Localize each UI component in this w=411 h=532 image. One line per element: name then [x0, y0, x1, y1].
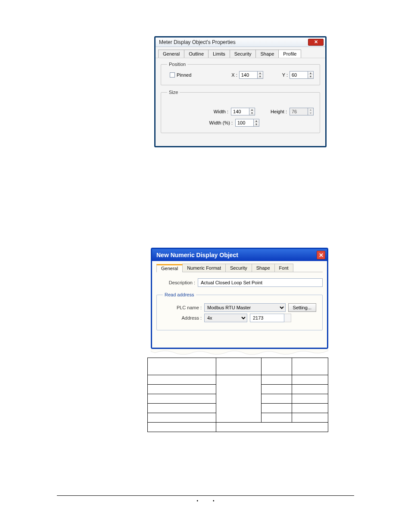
dialog-body: Position Pinned X : ▲▼ Y : ▲▼ Size	[156, 58, 325, 146]
bullet-icon: •	[196, 498, 198, 503]
bullet-icon: •	[213, 498, 215, 503]
close-icon[interactable]: ✕	[317, 251, 325, 259]
window-title: New Numeric Display Object	[156, 252, 238, 258]
tab-shape[interactable]: Shape	[252, 264, 275, 272]
read-address-legend: Read address	[163, 292, 196, 297]
tabs: General Outline Limits Security Shape Pr…	[156, 47, 325, 58]
address-aux-button[interactable]	[284, 314, 291, 322]
position-legend: Position	[167, 62, 187, 67]
tab-security[interactable]: Security	[225, 264, 252, 272]
tab-font[interactable]: Font	[274, 264, 293, 272]
description-label: Description :	[156, 280, 195, 285]
parameter-table	[147, 358, 328, 432]
window-title: Meter Display Object's Properties	[159, 39, 236, 45]
title-bar[interactable]: New Numeric Display Object ✕	[152, 249, 327, 261]
tab-profile[interactable]: Profile	[278, 50, 301, 58]
close-icon[interactable]: ✕	[308, 39, 324, 46]
title-bar[interactable]: Meter Display Object's Properties ✕	[156, 37, 325, 47]
tab-numeric-format[interactable]: Numeric Format	[182, 264, 226, 272]
plc-name-select[interactable]: Modbus RTU Master	[204, 303, 286, 312]
description-input[interactable]	[198, 278, 323, 287]
dialog-body: General Numeric Format Security Shape Fo…	[152, 261, 327, 348]
address-type-select[interactable]: 4x	[204, 314, 247, 322]
x-input[interactable]: ▲▼	[239, 71, 263, 79]
read-address-group: Read address PLC name : Modbus RTU Maste…	[156, 292, 323, 330]
tab-outline[interactable]: Outline	[184, 50, 209, 58]
spinner-icon: ▲▼	[308, 108, 314, 115]
widthpct-input[interactable]: ▲▼	[235, 119, 259, 127]
size-group: Size Width : ▲▼ Height : ▲▼ Width (%) : …	[161, 90, 320, 133]
pinned-checkbox[interactable]: Pinned	[170, 72, 191, 78]
x-label: X :	[231, 72, 237, 78]
width-label: Width :	[214, 109, 228, 114]
tab-limits[interactable]: Limits	[208, 50, 230, 58]
checkbox-icon	[170, 72, 175, 78]
y-input[interactable]: ▲▼	[290, 71, 314, 79]
table-row	[148, 423, 328, 432]
height-input: ▲▼	[290, 108, 314, 115]
y-label: Y :	[282, 72, 288, 78]
tab-general[interactable]: General	[156, 264, 183, 272]
spinner-icon[interactable]: ▲▼	[253, 119, 259, 127]
tab-security[interactable]: Security	[230, 50, 256, 58]
meter-properties-dialog: Meter Display Object's Properties ✕ Gene…	[154, 36, 327, 147]
widthpct-label: Width (%) :	[209, 120, 233, 125]
width-input[interactable]: ▲▼	[231, 108, 255, 115]
table-row	[148, 358, 328, 375]
setting-button[interactable]: Setting...	[288, 303, 316, 312]
spinner-icon[interactable]: ▲▼	[257, 71, 263, 79]
plc-name-label: PLC name :	[163, 305, 202, 310]
address-input[interactable]	[250, 314, 284, 322]
torn-edge-decoration	[151, 349, 328, 357]
tabs: General Numeric Format Security Shape Fo…	[156, 264, 323, 272]
page-footer: • •	[57, 495, 354, 503]
size-legend: Size	[167, 90, 180, 95]
tab-general[interactable]: General	[158, 50, 184, 58]
pinned-label: Pinned	[177, 72, 191, 78]
position-group: Position Pinned X : ▲▼ Y : ▲▼	[161, 62, 320, 85]
tab-shape[interactable]: Shape	[255, 50, 279, 58]
table-row	[148, 375, 328, 385]
spinner-icon[interactable]: ▲▼	[308, 71, 314, 79]
numeric-display-dialog: New Numeric Display Object ✕ General Num…	[151, 248, 328, 349]
height-label: Height :	[271, 109, 287, 114]
address-label: Address :	[163, 315, 202, 320]
spinner-icon[interactable]: ▲▼	[249, 108, 255, 115]
